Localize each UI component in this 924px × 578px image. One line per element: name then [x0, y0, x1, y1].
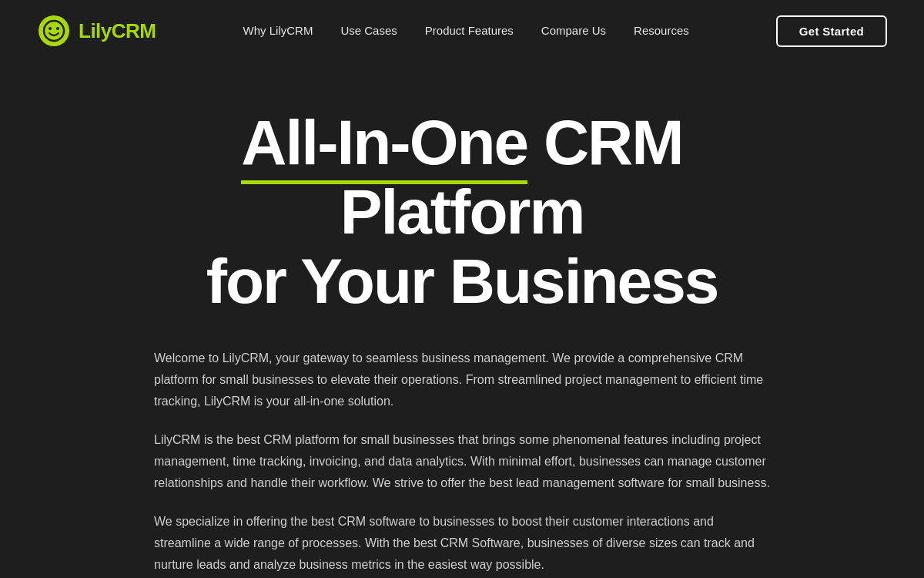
svg-point-3 [56, 27, 59, 30]
nav-item-use-cases[interactable]: Use Cases [340, 24, 397, 38]
hero-body: Welcome to LilyCRM, your gateway to seam… [154, 348, 770, 576]
get-started-button[interactable]: Get Started [776, 15, 887, 47]
hero-paragraph-1: Welcome to LilyCRM, your gateway to seam… [154, 348, 770, 412]
nav-item-compare-us[interactable]: Compare Us [541, 24, 606, 38]
logo-text: LilyCRM [79, 19, 156, 43]
nav-link-why-lilycrm[interactable]: Why LilyCRM [243, 24, 313, 37]
nav-link-use-cases[interactable]: Use Cases [340, 24, 397, 37]
navbar: LilyCRM Why LilyCRM Use Cases Product Fe… [0, 0, 924, 62]
nav-link-resources[interactable]: Resources [634, 24, 689, 37]
nav-links: Why LilyCRM Use Cases Product Features C… [243, 24, 689, 38]
hero-paragraph-3: We specialize in offering the best CRM s… [154, 511, 770, 576]
hero-title-highlight: All-In-One [241, 107, 527, 184]
nav-item-why-lilycrm[interactable]: Why LilyCRM [243, 24, 313, 38]
hero-title-line2: for Your Business [206, 246, 718, 316]
nav-item-product-features[interactable]: Product Features [425, 24, 514, 38]
logo-icon [37, 14, 71, 48]
logo[interactable]: LilyCRM [37, 14, 156, 48]
hero-title: All-In-One CRM Platform for Your Busines… [116, 108, 808, 317]
nav-link-product-features[interactable]: Product Features [425, 24, 514, 37]
nav-item-resources[interactable]: Resources [634, 24, 689, 38]
hero-paragraph-2: LilyCRM is the best CRM platform for sma… [154, 429, 770, 494]
hero-section: All-In-One CRM Platform for Your Busines… [38, 62, 886, 578]
svg-point-2 [49, 27, 52, 30]
nav-link-compare-us[interactable]: Compare Us [541, 24, 606, 37]
